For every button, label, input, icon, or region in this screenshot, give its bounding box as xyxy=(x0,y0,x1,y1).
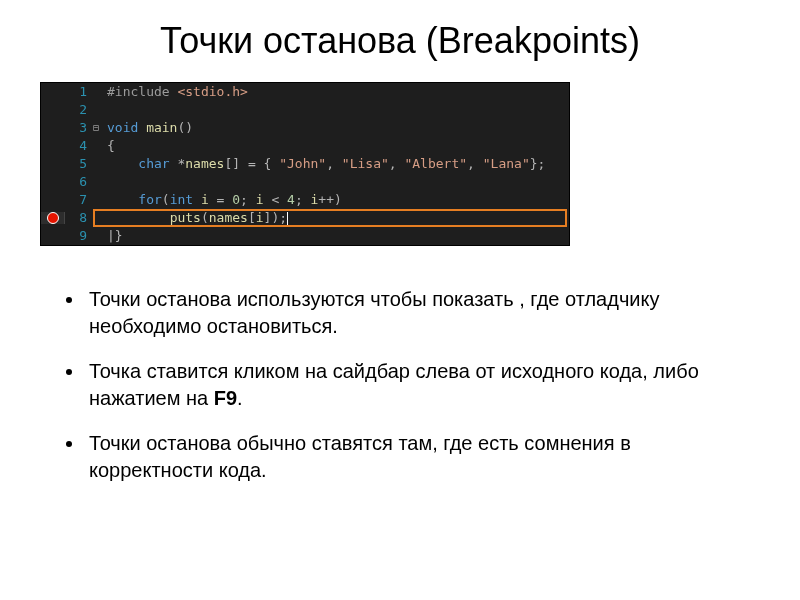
breakpoint-line: 8 puts(names[i]); xyxy=(41,209,569,227)
code-content: puts(names[i]); xyxy=(107,209,569,227)
code-content: for(int i = 0; i < 4; i++) xyxy=(107,191,569,209)
code-content: |} xyxy=(107,227,569,245)
code-line: 5 char *names[] = { "John", "Lisa", "Alb… xyxy=(41,155,569,173)
line-number: 5 xyxy=(65,155,93,173)
code-line: 3⊟void main() xyxy=(41,119,569,137)
fold-icon: ⊟ xyxy=(93,119,107,137)
code-line: 2 xyxy=(41,101,569,119)
code-content: char *names[] = { "John", "Lisa", "Alber… xyxy=(107,155,569,173)
line-number: 7 xyxy=(65,191,93,209)
code-line: 6 xyxy=(41,173,569,191)
code-content: #include <stdio.h> xyxy=(107,83,569,101)
code-line: 1#include <stdio.h> xyxy=(41,83,569,101)
line-number: 3 xyxy=(65,119,93,137)
line-number: 2 xyxy=(65,101,93,119)
gutter[interactable] xyxy=(41,212,65,224)
line-number: 1 xyxy=(65,83,93,101)
code-editor: 1#include <stdio.h>23⊟void main()4{5 cha… xyxy=(40,82,570,246)
code-line: 7 for(int i = 0; i < 4; i++) xyxy=(41,191,569,209)
code-line: 4{ xyxy=(41,137,569,155)
breakpoint-icon[interactable] xyxy=(47,212,59,224)
code-line: 9|} xyxy=(41,227,569,245)
slide-title: Точки останова (Breakpoints) xyxy=(40,20,760,62)
bullet-list: Точки останова используются чтобы показа… xyxy=(40,286,760,484)
bullet-item: Точка ставится кликом на сайдбар слева о… xyxy=(85,358,760,412)
line-number: 6 xyxy=(65,173,93,191)
line-number: 4 xyxy=(65,137,93,155)
line-number: 8 xyxy=(65,209,93,227)
bullet-item: Точки останова используются чтобы показа… xyxy=(85,286,760,340)
line-number: 9 xyxy=(65,227,93,245)
code-content: void main() xyxy=(107,119,569,137)
code-content: { xyxy=(107,137,569,155)
bullet-item: Точки останова обычно ставятся там, где … xyxy=(85,430,760,484)
